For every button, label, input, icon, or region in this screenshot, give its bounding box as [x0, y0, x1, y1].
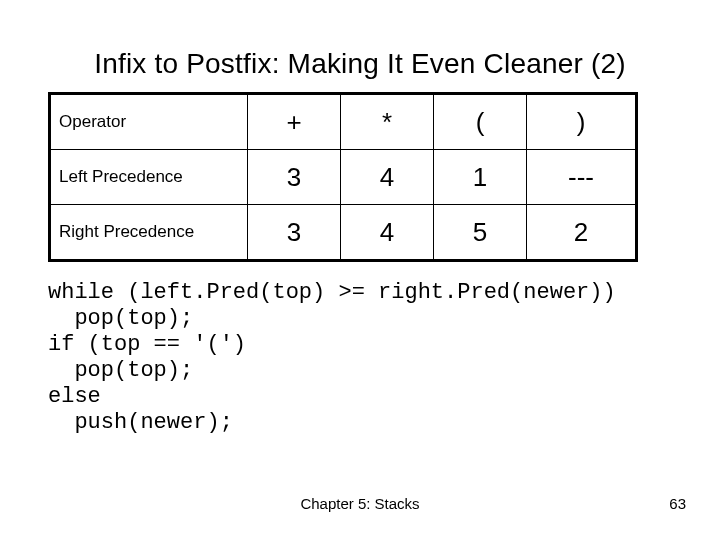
cell: ) — [527, 94, 637, 150]
row-header-left-precedence: Left Precedence — [50, 150, 248, 205]
cell: 3 — [248, 150, 341, 205]
table-row: Right Precedence 3 4 5 2 — [50, 205, 637, 261]
slide: Infix to Postfix: Making It Even Cleaner… — [0, 0, 720, 540]
cell: * — [341, 94, 434, 150]
cell: 5 — [434, 205, 527, 261]
pseudocode-block: while (left.Pred(top) >= right.Pred(newe… — [48, 280, 616, 436]
precedence-table: Operator + * ( ) Left Precedence 3 4 1 -… — [48, 92, 638, 262]
table-row: Left Precedence 3 4 1 --- — [50, 150, 637, 205]
page-title: Infix to Postfix: Making It Even Cleaner… — [0, 48, 720, 80]
cell: 1 — [434, 150, 527, 205]
footer-chapter: Chapter 5: Stacks — [0, 495, 720, 512]
cell: --- — [527, 150, 637, 205]
table-row: Operator + * ( ) — [50, 94, 637, 150]
cell: + — [248, 94, 341, 150]
cell: 4 — [341, 205, 434, 261]
footer-page-number: 63 — [669, 495, 686, 512]
cell: 4 — [341, 150, 434, 205]
cell: ( — [434, 94, 527, 150]
cell: 3 — [248, 205, 341, 261]
row-header-right-precedence: Right Precedence — [50, 205, 248, 261]
cell: 2 — [527, 205, 637, 261]
row-header-operator: Operator — [50, 94, 248, 150]
